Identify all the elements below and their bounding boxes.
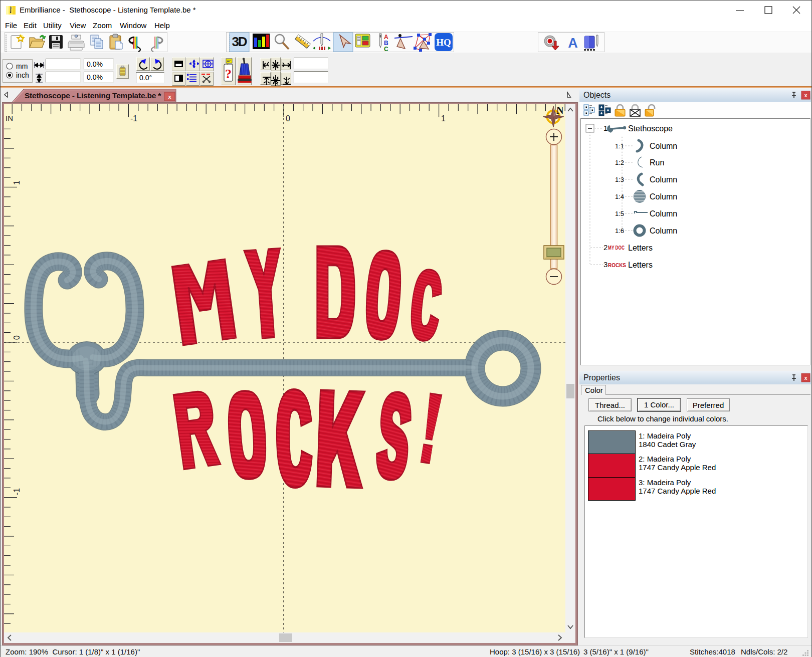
svg-text:Letters: Letters [628, 244, 653, 252]
svg-text:1: 1 [13, 180, 21, 185]
svg-text:1:2: 1:2 [615, 159, 624, 166]
svg-text:Column: Column [650, 175, 677, 184]
svg-text:IN: IN [6, 114, 13, 122]
svg-text:Column: Column [650, 142, 677, 150]
svg-text:1: 1 [441, 114, 446, 123]
svg-text:ROCKS: ROCKS [608, 262, 626, 268]
svg-text:HQ: HQ [436, 37, 451, 48]
svg-text:2: 2 [603, 243, 607, 252]
svg-text:Stethoscope - Listening Templa: Stethoscope - Listening Template.be * [25, 91, 161, 100]
svg-text:0: 0 [286, 114, 290, 123]
svg-text:1:5: 1:5 [615, 210, 624, 217]
svg-text:1:4: 1:4 [615, 193, 624, 200]
svg-text:Column: Column [650, 192, 677, 201]
svg-text:x: x [804, 375, 807, 381]
svg-text:0: 0 [13, 335, 21, 340]
svg-text:-1: -1 [130, 114, 137, 123]
svg-text:Run: Run [650, 158, 664, 167]
svg-text:mm: mm [16, 62, 28, 70]
svg-text:C: C [384, 46, 388, 53]
svg-text:1:6: 1:6 [615, 227, 624, 235]
svg-text:3D: 3D [232, 34, 247, 49]
svg-text:1:3: 1:3 [615, 176, 624, 183]
svg-text:N: N [556, 105, 564, 116]
svg-text:1:1: 1:1 [615, 142, 624, 150]
svg-text:1: 1 [603, 124, 607, 132]
svg-text:x: x [804, 93, 807, 98]
svg-text:x: x [168, 94, 171, 100]
svg-text:MY DOC: MY DOC [608, 245, 625, 251]
svg-text:Column: Column [650, 209, 677, 218]
svg-text:Column: Column [650, 227, 677, 235]
svg-text:Letters: Letters [628, 261, 653, 269]
svg-text:Stethoscope: Stethoscope [628, 124, 673, 133]
svg-text:A: A [568, 36, 578, 51]
svg-text:-1: -1 [13, 488, 21, 495]
svg-text:inch: inch [16, 71, 29, 79]
svg-text:3: 3 [603, 260, 607, 269]
svg-text:?: ? [225, 67, 232, 81]
